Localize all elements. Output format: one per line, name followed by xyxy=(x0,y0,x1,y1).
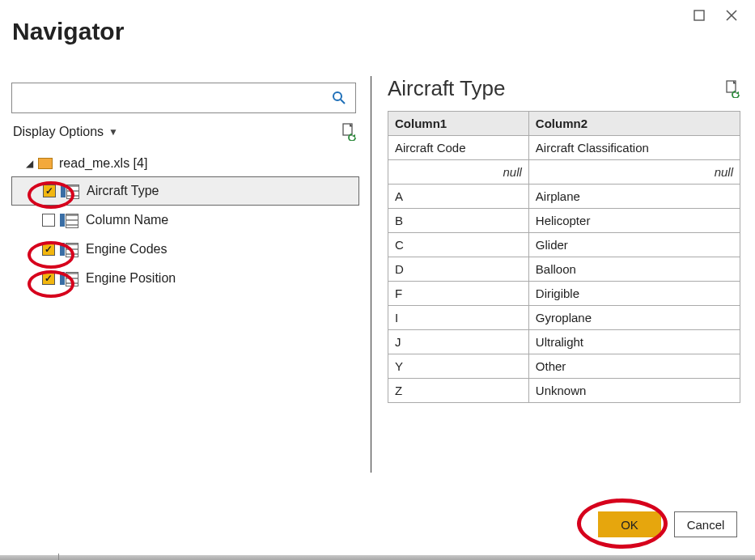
ok-button[interactable]: OK xyxy=(598,511,661,537)
table-row: BHelicopter xyxy=(388,209,740,233)
display-options-label[interactable]: Display Options xyxy=(13,125,107,139)
cell: Aircraft Code xyxy=(388,136,529,160)
table-row: DBalloon xyxy=(388,257,740,282)
tree-node-label: Column Name xyxy=(86,213,168,227)
table-icon xyxy=(60,214,78,227)
tree-file-label: read_me.xls [4] xyxy=(59,156,147,171)
page-title: Navigator xyxy=(12,18,124,45)
cell: Gyroplane xyxy=(528,306,740,330)
cell: Aircraft Classification xyxy=(528,136,740,160)
search-input[interactable] xyxy=(12,83,323,112)
panel-divider xyxy=(371,76,371,473)
cell: Ultralight xyxy=(528,330,740,354)
checkbox[interactable] xyxy=(42,243,55,256)
cell: Airplane xyxy=(528,185,740,209)
table-row: JUltralight xyxy=(388,330,740,354)
checkbox[interactable] xyxy=(42,272,55,285)
cell: J xyxy=(388,330,529,354)
cell: Unknown xyxy=(528,379,740,403)
checkbox[interactable] xyxy=(43,185,56,197)
tree-node-engine-position[interactable]: Engine Position xyxy=(11,264,359,293)
preview-title: Aircraft Type xyxy=(388,76,724,101)
cell: Y xyxy=(388,354,529,379)
cell: Balloon xyxy=(528,257,740,282)
cell: I xyxy=(388,306,529,330)
svg-point-3 xyxy=(333,92,341,100)
maximize-button[interactable] xyxy=(690,6,708,24)
checkbox[interactable] xyxy=(42,214,55,227)
tree: ◢ read_me.xls [4] Aircraft Type Column N… xyxy=(11,151,359,293)
close-button[interactable] xyxy=(723,6,740,24)
search-field[interactable] xyxy=(11,83,356,113)
cell: A xyxy=(388,185,529,209)
cell: Glider xyxy=(528,233,740,257)
tree-node-column-name[interactable]: Column Name xyxy=(11,206,359,235)
caret-down-icon[interactable]: ◢ xyxy=(26,158,33,169)
cell: Dirigible xyxy=(528,282,740,306)
table-icon xyxy=(60,272,78,285)
cell: B xyxy=(388,209,529,233)
table-row: CGlider xyxy=(388,233,740,257)
cell: null xyxy=(528,160,740,185)
tree-file-root[interactable]: ◢ read_me.xls [4] xyxy=(11,151,359,176)
svg-line-4 xyxy=(341,100,345,104)
folder-icon xyxy=(38,158,53,169)
table-row: ZUnknown xyxy=(388,379,740,403)
refresh-tree-icon[interactable] xyxy=(340,123,358,141)
cell: null xyxy=(388,160,529,185)
preview-panel: Aircraft Type Column1Column2 Aircraft Co… xyxy=(388,76,740,471)
cancel-button[interactable]: Cancel xyxy=(674,511,737,537)
tree-node-label: Engine Position xyxy=(86,271,176,286)
preview-table: Column1Column2 Aircraft CodeAircraft Cla… xyxy=(388,111,740,403)
cell: F xyxy=(388,282,529,306)
tree-node-label: Aircraft Type xyxy=(87,184,159,198)
cell: Other xyxy=(528,354,740,379)
tree-node-label: Engine Codes xyxy=(86,242,168,257)
dialog-footer: OK Cancel xyxy=(598,511,737,537)
table-icon xyxy=(61,185,78,197)
chevron-down-icon[interactable]: ▼ xyxy=(108,126,118,138)
column-header[interactable]: Column2 xyxy=(528,112,740,136)
svg-rect-0 xyxy=(694,11,704,20)
table-row: FDirigible xyxy=(388,282,740,306)
window-footer-edge xyxy=(0,555,755,560)
cell: Z xyxy=(388,379,529,403)
tree-node-aircraft-type[interactable]: Aircraft Type xyxy=(11,176,359,206)
tree-node-engine-codes[interactable]: Engine Codes xyxy=(11,235,359,264)
search-icon[interactable] xyxy=(323,83,355,112)
table-row: IGyroplane xyxy=(388,306,740,330)
table-row: Aircraft CodeAircraft Classification xyxy=(388,136,740,160)
table-row: AAirplane xyxy=(388,185,740,209)
refresh-preview-icon[interactable] xyxy=(724,80,740,98)
left-panel: Display Options ▼ ◢ read_me.xls [4] xyxy=(11,76,359,471)
column-header[interactable]: Column1 xyxy=(388,112,529,136)
table-row: YOther xyxy=(388,354,740,379)
cell: Helicopter xyxy=(528,209,740,233)
cell: C xyxy=(388,233,529,257)
cell: D xyxy=(388,257,529,282)
table-icon xyxy=(60,243,78,256)
table-row: nullnull xyxy=(388,160,740,185)
